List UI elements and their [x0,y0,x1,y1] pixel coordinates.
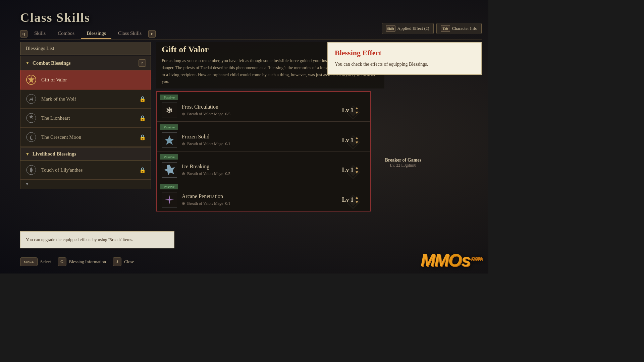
nav-key-q[interactable]: Q [20,30,28,38]
bottom-tooltip-text: You can upgrade the equipped effects by … [26,236,169,243]
j-key: J [113,257,121,266]
passive-badge-frost: Passive [160,95,178,100]
crescent-moon-name: The Crescent Moon [41,134,135,140]
touch-lily-lock: 🔒 [139,167,146,173]
lionheart-lock: 🔒 [139,115,146,121]
frost-req-icon: ⊕ [182,112,185,117]
select-action[interactable]: SPACE Select [20,257,51,266]
mark-of-wolf-lock: 🔒 [139,96,146,102]
blessing-touch-lily[interactable]: Touch of Lily'anthes 🔒 [20,161,151,180]
category-header-left: ▼ Combat Blessings [25,60,71,66]
mark-of-wolf-icon [25,93,37,105]
space-key: SPACE [20,257,38,266]
close-label: Close [124,259,134,264]
applied-effect-button[interactable]: Shift Applied Effect (2) [382,23,434,34]
ice-req-icon: ⊕ [182,171,185,176]
effect-row-ice: Passive Ice Breaking ⊕ Breath o [157,152,370,181]
close-action[interactable]: J Close [113,257,134,266]
combat-blessings-name: Combat Blessings [33,60,71,66]
top-right-buttons: Shift Applied Effect (2) Tab Character I… [382,23,482,34]
category-arrow: ▼ [25,60,30,66]
tab-class-skills[interactable]: Class Skills [113,28,147,39]
arcane-req-icon: ⊕ [182,201,185,206]
livelihood-blessings-category[interactable]: ▼ Livelihood Blessings [20,147,151,161]
scroll-more: ▼ [20,180,151,189]
blessing-crescent-moon[interactable]: The Crescent Moon 🔒 [20,128,151,147]
effect-content-frost: ❄ Frost Circulation ⊕ Breath of Valor: M… [157,100,370,121]
tab-skills[interactable]: Skills [29,28,51,39]
main-layout: Blessings List ▼ Combat Blessings Z Gift… [20,42,482,247]
nav-key-e[interactable]: E [148,30,156,38]
blessing-effect-title: Blessing Effect [335,49,474,57]
svg-marker-7 [165,195,174,204]
livelihood-header-left: ▼ Livelihood Blessings [25,151,76,157]
shift-key: Shift [386,25,395,32]
svg-point-3 [26,132,36,142]
ice-req: ⊕ Breath of Valor: Mage 0/5 [182,171,337,176]
arcane-req-value: 0/1 [225,201,230,206]
top-navigation: Q Skills Combos Blessings Class Skills E [20,28,156,39]
frost-circulation-icon: ❄ [162,103,177,118]
touch-lily-icon [25,164,37,176]
frozen-req-label: Breath of Valor: Mage [187,141,223,146]
lionheart-name: The Lionheart [41,115,135,121]
watermark-2: ◈ [346,130,360,152]
gift-of-valor-icon [25,74,37,86]
frozen-middle: Frozen Solid ⊕ Breath of Valor: Mage 0/1 [182,134,337,146]
arcane-req: ⊕ Breath of Valor: Mage 0/1 [182,201,337,206]
crescent-moon-icon [25,131,37,143]
frozen-solid-icon [162,132,177,148]
effect-content-arcane: Arcane Penetration ⊕ Breath of Valor: Ma… [157,189,370,211]
tab-combos[interactable]: Combos [52,28,80,39]
bottom-tooltip: You can upgrade the equipped effects by … [20,231,174,248]
character-info: Breaker of Games Lv. 22 L3gitim8 [385,158,421,168]
livelihood-arrow: ▼ [25,152,30,157]
frozen-req-value: 0/1 [225,141,230,146]
blessing-info-action[interactable]: G Blessing Information [58,257,106,266]
character-info-button[interactable]: Tab Character Info [436,23,482,34]
applied-effect-label: Applied Effect (2) [397,26,429,31]
svg-marker-6 [164,165,175,175]
frost-middle: Frost Circulation ⊕ Breath of Valor: Mag… [182,104,337,117]
frost-req-label: Breath of Valor: Mage [187,112,223,117]
combat-blessings-category[interactable]: ▼ Combat Blessings Z [20,56,151,70]
blessing-effect-text: You can check the effects of equipping B… [335,61,474,68]
effect-row-frozen: Passive Frozen Solid ⊕ Breath o [157,122,370,152]
passive-badge-ice: Passive [160,154,178,160]
character-info-label: Character Info [452,26,477,31]
effect-row-arcane: Passive Arcane Penetration ⊕ Br [157,181,370,211]
blessing-info-label: Blessing Information [69,259,106,264]
touch-lily-name: Touch of Lily'anthes [41,167,135,173]
frozen-name: Frozen Solid [182,134,337,140]
select-label: Select [40,259,51,264]
page-title: Class Skills [20,10,90,25]
blessing-mark-of-wolf[interactable]: Mark of the Wolf 🔒 [20,89,151,109]
mark-of-wolf-name: Mark of the Wolf [41,96,135,102]
char-level: Lv. 22 L3gitim8 [385,163,421,168]
blessing-gift-of-valor[interactable]: Gift of Valor [20,70,151,89]
arcane-req-label: Breath of Valor: Mage [187,201,223,206]
passive-badge-frozen: Passive [160,124,178,130]
char-name: Breaker of Games [385,158,421,163]
arcane-middle: Arcane Penetration ⊕ Breath of Valor: Ma… [182,193,337,206]
frost-req: ⊕ Breath of Valor: Mage 0/5 [182,112,337,117]
tab-blessings[interactable]: Blessings [81,28,111,39]
gift-of-valor-name: Gift of Valor [41,77,146,83]
livelihood-blessings-name: Livelihood Blessings [33,151,76,157]
blessing-the-lionheart[interactable]: The Lionheart 🔒 [20,109,151,128]
frost-req-value: 0/5 [225,112,230,117]
crescent-moon-lock: 🔒 [139,134,146,140]
blessing-effect-tooltip: Blessing Effect You can check the effect… [327,42,482,75]
bottom-action-bar: SPACE Select G Blessing Information J Cl… [20,257,421,266]
effect-content-frozen: Frozen Solid ⊕ Breath of Valor: Mage 0/1… [157,130,370,151]
blessings-list-header: Blessings List [20,42,151,55]
svg-point-1 [26,94,36,104]
nav-divider [20,40,482,40]
tab-key: Tab [441,25,450,32]
category-key-z: Z [139,59,146,67]
frozen-req: ⊕ Breath of Valor: Mage 0/1 [182,141,337,146]
g-key: G [58,257,66,266]
mmos-logo: MMOs.com [421,250,482,270]
ice-breaking-icon [162,162,177,178]
effects-box: Passive ❄ Frost Circulation ⊕ Breath of … [156,91,371,212]
